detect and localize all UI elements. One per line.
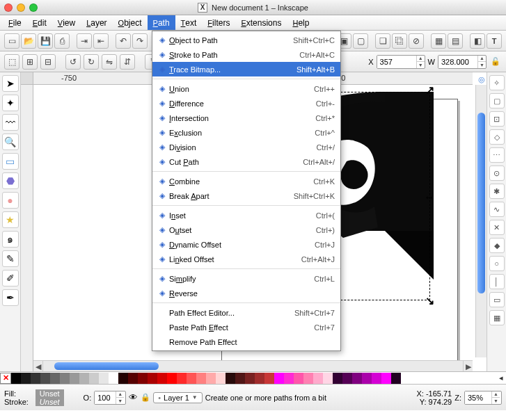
- pencil-tool[interactable]: ✎: [2, 250, 19, 267]
- hscroll-left-icon[interactable]: ◀: [33, 361, 43, 371]
- snap-edge-button[interactable]: ⊡: [489, 111, 505, 127]
- color-swatch[interactable]: [255, 373, 264, 384]
- open-button[interactable]: 📂: [21, 33, 36, 49]
- layer-selector[interactable]: • Layer 1 ▼: [153, 392, 202, 403]
- redo-button[interactable]: ↷: [132, 33, 148, 49]
- visibility-icon[interactable]: 👁: [129, 392, 138, 403]
- snap-grid-button[interactable]: ▦: [489, 310, 505, 325]
- snap-line-button[interactable]: │: [489, 274, 505, 289]
- menu-view[interactable]: View: [52, 15, 81, 30]
- rotate-ccw-button[interactable]: ↺: [65, 54, 81, 70]
- handle-se-icon[interactable]: ↘: [425, 296, 434, 305]
- snap-intersect-button[interactable]: ✕: [489, 220, 505, 235]
- menuitem-dynamic-offset[interactable]: ◈Dynamic OffsetCtrl+J: [152, 237, 340, 252]
- menuitem-trace-bitmap[interactable]: ◈Trace Bitmap...Shift+Alt+B: [152, 62, 340, 76]
- color-swatch[interactable]: [274, 373, 284, 384]
- print-button[interactable]: ⎙: [54, 33, 70, 49]
- color-swatch[interactable]: [216, 373, 226, 384]
- star-tool[interactable]: ★: [2, 211, 19, 228]
- export-button[interactable]: ⇤: [93, 33, 109, 49]
- group-button[interactable]: ▦: [431, 33, 446, 49]
- color-swatch[interactable]: [89, 373, 99, 384]
- select-all-layers-button[interactable]: ⊞: [22, 54, 38, 70]
- color-swatch[interactable]: [177, 373, 187, 384]
- import-button[interactable]: ⇥: [77, 33, 92, 49]
- color-swatch[interactable]: [187, 373, 196, 384]
- color-swatch[interactable]: [303, 373, 313, 384]
- snap-enable-button[interactable]: ✧: [489, 75, 505, 90]
- stroke-value[interactable]: Unset: [35, 398, 64, 406]
- color-swatch[interactable]: [333, 373, 342, 384]
- color-swatch[interactable]: [196, 373, 206, 384]
- color-swatch[interactable]: [40, 373, 50, 384]
- color-swatch[interactable]: [11, 373, 21, 384]
- color-swatch[interactable]: [128, 373, 138, 384]
- menu-edit[interactable]: Edit: [27, 15, 52, 30]
- color-swatch[interactable]: [381, 373, 391, 384]
- color-swatch[interactable]: [342, 373, 352, 384]
- ellipse-tool[interactable]: ●: [2, 192, 19, 209]
- ungroup-button[interactable]: ▤: [448, 33, 463, 49]
- menu-file[interactable]: File: [3, 15, 27, 30]
- color-swatch[interactable]: [264, 373, 274, 384]
- flip-h-button[interactable]: ⇋: [102, 54, 117, 70]
- select-all-button[interactable]: ⬚: [4, 54, 19, 70]
- color-swatch[interactable]: [362, 373, 372, 384]
- menuitem-outset[interactable]: ◈OutsetCtrl+): [152, 223, 340, 237]
- color-swatch[interactable]: [352, 373, 362, 384]
- color-swatch[interactable]: [99, 373, 109, 384]
- 3dbox-tool[interactable]: ⬣: [2, 172, 19, 189]
- x-spin[interactable]: ▲▼: [377, 55, 425, 69]
- menuitem-cut-path[interactable]: ◈Cut PathCtrl+Alt+/: [152, 154, 340, 169]
- snap-midpoint-button[interactable]: ⋯: [489, 147, 505, 163]
- bezier-tool[interactable]: ✐: [2, 270, 19, 286]
- color-swatch[interactable]: [21, 373, 31, 384]
- menuitem-division[interactable]: ◈DivisionCtrl+/: [152, 140, 340, 154]
- new-document-button[interactable]: ▭: [4, 33, 19, 49]
- snap-center-button[interactable]: ⊙: [489, 165, 505, 181]
- color-swatch[interactable]: [391, 373, 401, 384]
- snap-corner-button[interactable]: ◇: [489, 129, 505, 145]
- menuitem-path-effect-editor[interactable]: Path Effect Editor...Shift+Ctrl+7: [152, 305, 340, 320]
- color-swatch[interactable]: [245, 373, 255, 384]
- hscroll-right-icon[interactable]: ▶: [463, 361, 473, 371]
- tweak-tool[interactable]: 〰: [2, 114, 19, 131]
- color-swatch[interactable]: [235, 373, 245, 384]
- snap-smooth-button[interactable]: ○: [489, 256, 505, 271]
- selector-tool[interactable]: ➤: [2, 75, 19, 92]
- zoom-page-button[interactable]: ▢: [353, 33, 368, 49]
- opacity-spin[interactable]: ▲▼: [94, 391, 126, 405]
- x-input[interactable]: [377, 56, 416, 68]
- menuitem-reverse[interactable]: ◈Reverse: [152, 286, 340, 300]
- horizontal-scrollbar[interactable]: ◀ ▶: [33, 360, 473, 371]
- menu-help[interactable]: Help: [287, 15, 315, 30]
- snap-bbox-button[interactable]: ▢: [489, 93, 505, 108]
- menuitem-inset[interactable]: ◈InsetCtrl+(: [152, 208, 340, 223]
- fill-stroke-button[interactable]: ◧: [470, 33, 485, 49]
- menuitem-paste-path-effect[interactable]: Paste Path EffectCtrl+7: [152, 320, 340, 334]
- menuitem-linked-offset[interactable]: ◈Linked OffsetCtrl+Alt+J: [152, 252, 340, 266]
- color-swatch[interactable]: [50, 373, 60, 384]
- palette-more-icon[interactable]: ◂: [496, 373, 506, 382]
- lock-icon[interactable]: 🔓: [489, 56, 502, 68]
- zoom-spin[interactable]: ▲▼: [464, 391, 502, 405]
- w-input[interactable]: [438, 56, 477, 68]
- calligraphy-tool[interactable]: ✒: [2, 289, 19, 306]
- color-swatch[interactable]: [167, 373, 177, 384]
- snap-page-button[interactable]: ▭: [489, 292, 505, 307]
- snap-node-button[interactable]: ✱: [489, 184, 505, 199]
- node-tool[interactable]: ✦: [2, 95, 19, 111]
- color-swatch[interactable]: [31, 373, 40, 384]
- menuitem-exclusion[interactable]: ◈ExclusionCtrl+^: [152, 125, 340, 140]
- color-swatch[interactable]: [148, 373, 157, 384]
- menuitem-remove-path-effect[interactable]: Remove Path Effect: [152, 334, 340, 349]
- color-swatch[interactable]: [294, 373, 303, 384]
- color-swatch[interactable]: [109, 373, 118, 384]
- menuitem-union[interactable]: ◈UnionCtrl++: [152, 81, 340, 96]
- menuitem-break-apart[interactable]: ◈Break ApartShift+Ctrl+K: [152, 188, 340, 203]
- menu-layer[interactable]: Layer: [81, 15, 112, 30]
- color-swatch[interactable]: [284, 373, 294, 384]
- color-swatch[interactable]: [60, 373, 70, 384]
- color-swatch[interactable]: [226, 373, 235, 384]
- menuitem-object-to-path[interactable]: ◈Object to PathShift+Ctrl+C: [152, 33, 340, 47]
